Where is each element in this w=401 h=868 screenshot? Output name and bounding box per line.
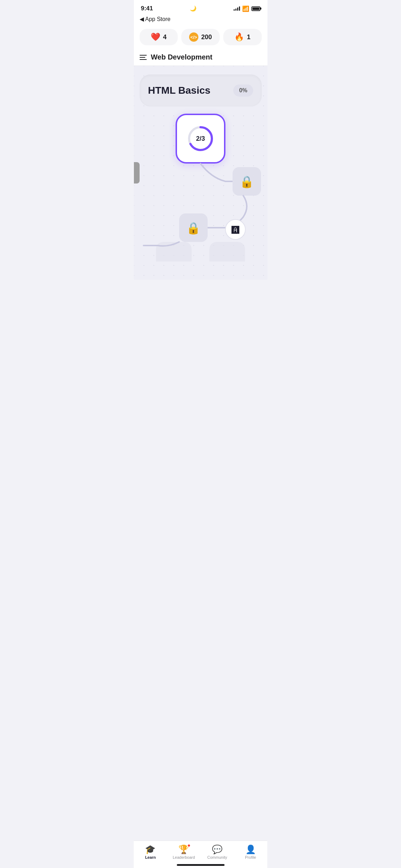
lives-stat-pill: ❤️ 4 (140, 29, 178, 45)
streak-icon: 🔥 (234, 33, 244, 41)
status-bar: 9:41 🌙 📶 (134, 0, 267, 14)
module-progress-pct: 0% (233, 84, 253, 97)
back-nav[interactable]: ◀ App Store (134, 14, 267, 25)
side-handle[interactable] (134, 162, 140, 184)
path-connector-svg: 🔒 🔒 🅰 (140, 160, 261, 253)
module-card[interactable]: HTML Basics 0% (140, 74, 262, 107)
lives-value: 4 (163, 33, 167, 41)
streak-stat-pill: 🔥 1 (223, 29, 262, 45)
streak-value: 1 (247, 33, 250, 41)
xp-icon: </> (189, 32, 198, 42)
lives-icon: ❤️ (151, 33, 160, 41)
svg-text:🔒: 🔒 (240, 175, 254, 188)
svg-text:🔒: 🔒 (186, 221, 200, 235)
svg-text:🅰: 🅰 (231, 226, 239, 234)
module-name: HTML Basics (148, 85, 210, 96)
wifi-icon: 📶 (242, 5, 249, 12)
course-title: Web Development (151, 53, 213, 61)
signal-icon (234, 6, 240, 11)
status-icons: 📶 (234, 5, 260, 12)
moon-icon: 🌙 (190, 5, 197, 12)
active-lesson-node[interactable]: 2/3 (176, 114, 225, 164)
xp-value: 200 (201, 33, 212, 41)
progress-text: 2/3 (196, 135, 205, 143)
course-header: Web Development (134, 49, 267, 66)
back-arrow-icon: ◀ (140, 16, 144, 22)
progress-circle: 2/3 (186, 124, 215, 153)
menu-icon[interactable] (140, 55, 147, 60)
status-time: 9:41 (141, 5, 153, 12)
battery-icon (251, 6, 260, 11)
main-content: HTML Basics 0% 2/3 🔒 (134, 66, 267, 280)
stats-bar: ❤️ 4 </> 200 🔥 1 (134, 25, 267, 49)
back-text: App Store (145, 16, 171, 22)
xp-stat-pill: </> 200 (181, 29, 220, 45)
